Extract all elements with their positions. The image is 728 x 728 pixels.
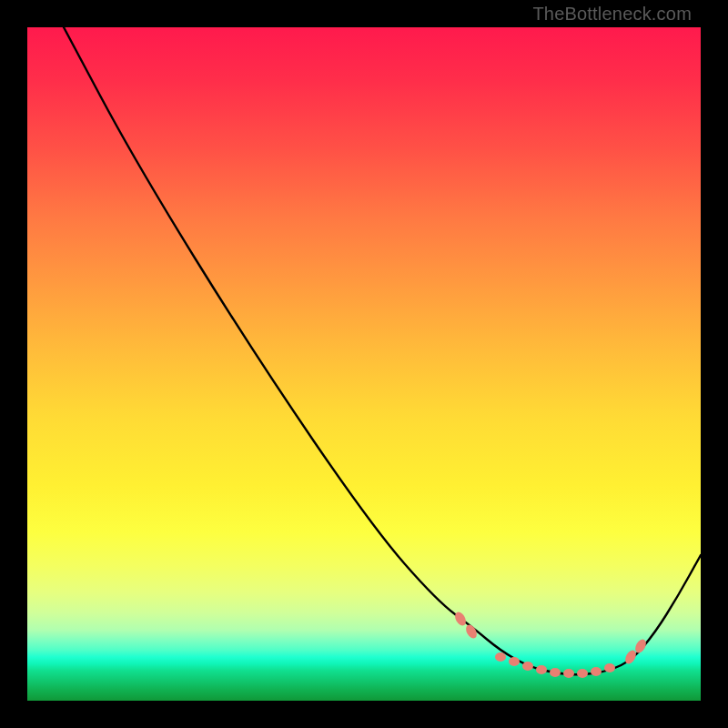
marker-dot [509,657,520,666]
marker-dot [563,669,574,678]
curve-markers [453,611,649,678]
marker-dot [591,667,602,676]
chart-area [27,27,701,701]
marker-dot [536,665,547,674]
curve-svg [27,27,701,701]
marker-dot [550,668,561,677]
marker-dot [495,652,506,662]
watermark-text: TheBottleneck.com [532,4,692,25]
marker-dot [453,611,469,628]
marker-dot [577,669,588,678]
marker-dot [522,662,533,671]
bottleneck-curve [64,27,701,674]
marker-dot [604,663,615,672]
